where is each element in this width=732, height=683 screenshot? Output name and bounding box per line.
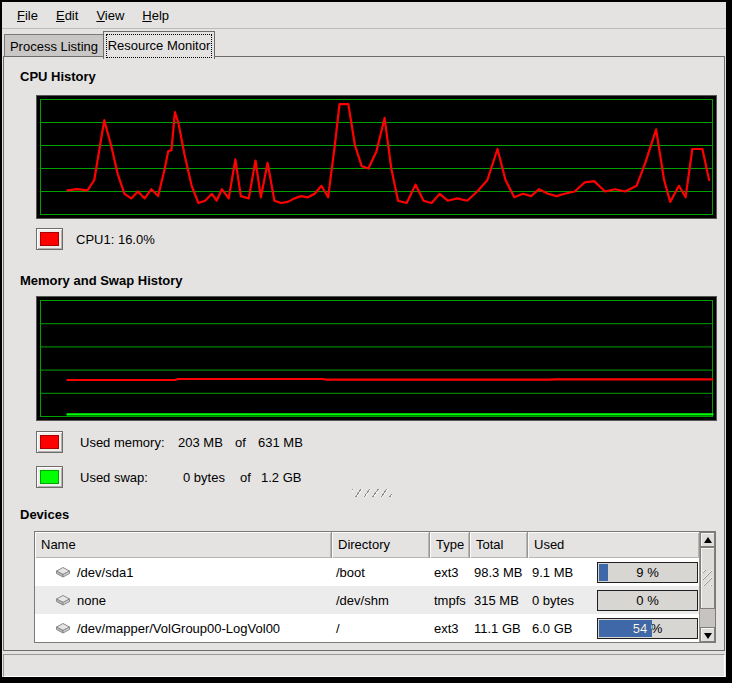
scrollbar-thumb[interactable] (700, 547, 715, 609)
device-used-cell: 6.0 GB (528, 621, 585, 636)
usage-percent-label: 0 % (598, 591, 697, 610)
used-memory-value: 203 MB (178, 435, 223, 450)
devices-table-body: /dev/sda1/bootext398.3 MB9.1 MB9 %9 %non… (35, 558, 715, 642)
usage-percent-label-inverse: 0 % (598, 591, 599, 610)
column-header-name[interactable]: Name (35, 532, 332, 558)
tab-resource-monitor[interactable]: Resource Monitor (103, 31, 215, 59)
tabstrip: Process Listing Resource Monitor (2, 29, 726, 57)
used-memory-label: Used memory: (80, 435, 165, 450)
device-type-cell: ext3 (430, 621, 470, 636)
usage-progressbar: 0 %0 % (597, 590, 698, 611)
disk-icon (54, 593, 72, 607)
menu-item-file[interactable]: File (8, 5, 47, 26)
table-row[interactable]: /dev/sda1/bootext398.3 MB9.1 MB9 %9 % (35, 558, 699, 586)
menu-item-edit[interactable]: Edit (47, 5, 87, 26)
used-memory-color-chip (40, 435, 59, 449)
cpu1-color-swatch[interactable] (36, 228, 63, 250)
device-type-cell: ext3 (430, 565, 470, 580)
up-arrow-icon (704, 537, 712, 543)
used-swap-of: of (240, 470, 251, 485)
cpu-history-plot (37, 96, 716, 218)
usage-progressbar: 54 %54 % (597, 618, 698, 639)
table-row[interactable]: none/dev/shmtmpfs315 MB0 bytes0 %0 % (35, 586, 699, 614)
menu-item-help[interactable]: Help (133, 5, 178, 26)
tab-resource-monitor-label: Resource Monitor (106, 34, 212, 58)
cpu-history-graph (36, 95, 717, 219)
down-arrow-icon (704, 633, 712, 639)
devices-table: NameDirectoryTypeTotalUsed /dev/sda1/boo… (34, 531, 716, 643)
device-name-cell: /dev/sda1 (35, 565, 332, 580)
device-directory-cell: /boot (332, 565, 430, 580)
vertical-scrollbar[interactable] (699, 532, 715, 642)
used-swap-color-chip (40, 470, 59, 484)
device-type-cell: tmpfs (430, 593, 470, 608)
usage-progressbar: 9 %9 % (597, 562, 698, 583)
cpu-history-title: CPU History (20, 69, 96, 84)
device-name-cell: none (35, 593, 332, 608)
scrollbar-grip-icon (703, 570, 712, 586)
column-header-total[interactable]: Total (470, 532, 528, 558)
device-directory-cell: / (332, 621, 430, 636)
column-header-directory[interactable]: Directory (332, 532, 430, 558)
usage-percent-label-inverse: 9 % (598, 563, 608, 582)
column-header-used[interactable]: Used (528, 532, 699, 558)
devices-table-header: NameDirectoryTypeTotalUsed (35, 532, 699, 558)
usage-percent-label: 9 % (598, 563, 697, 582)
system-monitor-window: FileEditViewHelp Process Listing Resourc… (0, 0, 728, 679)
cpu1-color-chip (40, 232, 59, 246)
device-usage-cell: 0 %0 % (585, 590, 699, 611)
table-row[interactable]: /dev/mapper/VolGroup00-LogVol00/ext311.1… (35, 614, 699, 642)
device-used-cell: 0 bytes (528, 593, 585, 608)
device-usage-cell: 54 %54 % (585, 618, 699, 639)
used-memory-total: 631 MB (258, 435, 303, 450)
device-total-cell: 11.1 GB (470, 621, 528, 636)
used-memory-of: of (235, 435, 246, 450)
used-swap-label: Used swap: (80, 470, 148, 485)
disk-icon (54, 621, 72, 635)
device-name-cell: /dev/mapper/VolGroup00-LogVol00 (35, 621, 332, 636)
device-name: none (77, 593, 106, 608)
tab-process-listing[interactable]: Process Listing (4, 34, 104, 58)
menu-item-view[interactable]: View (87, 5, 133, 26)
menubar: FileEditViewHelp (2, 2, 726, 29)
pane-resize-grip[interactable] (352, 489, 392, 497)
device-usage-cell: 9 %9 % (585, 562, 699, 583)
devices-title: Devices (20, 507, 69, 522)
device-name: /dev/sda1 (77, 565, 133, 580)
resource-monitor-panel: CPU History CPU1: 16.0% Memory and Swap … (3, 56, 725, 651)
usage-percent-label-inverse: 54 % (598, 619, 652, 638)
device-name: /dev/mapper/VolGroup00-LogVol00 (77, 621, 280, 636)
statusbar (3, 654, 725, 677)
disk-icon (54, 565, 72, 579)
used-swap-value: 0 bytes (183, 470, 225, 485)
device-used-cell: 9.1 MB (528, 565, 585, 580)
used-swap-total: 1.2 GB (261, 470, 301, 485)
device-directory-cell: /dev/shm (332, 593, 430, 608)
used-swap-color-swatch[interactable] (36, 466, 63, 488)
memory-swap-title: Memory and Swap History (20, 273, 183, 288)
used-memory-color-swatch[interactable] (36, 431, 63, 453)
memory-swap-plot (37, 297, 716, 420)
device-total-cell: 315 MB (470, 593, 528, 608)
cpu1-legend-label: CPU1: 16.0% (76, 232, 155, 247)
scroll-down-button[interactable] (700, 627, 715, 642)
device-total-cell: 98.3 MB (470, 565, 528, 580)
memory-swap-graph (36, 296, 717, 421)
column-header-type[interactable]: Type (430, 532, 470, 558)
scroll-up-button[interactable] (700, 532, 715, 547)
